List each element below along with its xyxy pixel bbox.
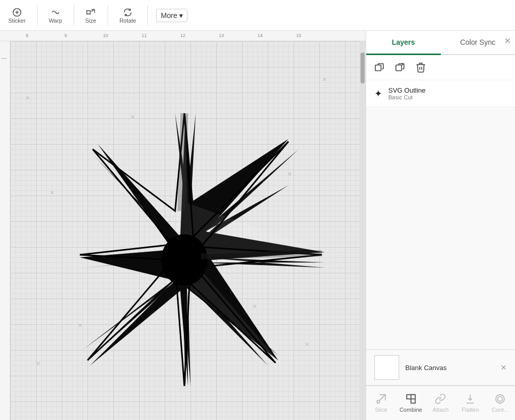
layer-type: Basic Cut: [388, 94, 507, 100]
x-mark: ×: [322, 75, 327, 83]
main-area: 8 9 10 11 12 13 14 15 │: [0, 31, 515, 420]
warp-tool[interactable]: Warp: [46, 5, 65, 26]
svg-rect-19: [406, 395, 410, 399]
svg-rect-15: [396, 65, 402, 71]
blank-canvas-row: Blank Canvas ✕: [366, 349, 515, 386]
attach-button[interactable]: Attach: [426, 390, 456, 416]
sticker-tool[interactable]: Sticker: [5, 5, 29, 26]
layer-name: SVG Outline: [388, 86, 507, 94]
layer-star-icon: ✦: [374, 88, 382, 99]
svg-rect-20: [411, 399, 415, 403]
panel-close-icon[interactable]: ✕: [504, 36, 511, 46]
blank-canvas-close-icon[interactable]: ✕: [501, 363, 507, 372]
vertical-scrollbar[interactable]: [359, 41, 366, 420]
slice-button[interactable]: Slice: [366, 390, 396, 416]
ruler-tick-10: 10: [103, 33, 108, 38]
bottom-buttons: Slice Combine Attach: [366, 386, 515, 420]
svg-line-13: [201, 253, 322, 256]
add-layer-button[interactable]: [393, 60, 407, 75]
scrollbar-thumb[interactable]: [360, 52, 365, 83]
layer-info: SVG Outline Basic Cut: [388, 86, 507, 100]
panel-spacer: [366, 107, 515, 349]
canvas-row: │ × × × × × × × ×: [0, 41, 366, 420]
svg-line-18: [380, 395, 385, 400]
divider-1: [37, 5, 38, 26]
more-button[interactable]: More ▾: [156, 9, 187, 22]
ruler-tick-15: 15: [296, 33, 301, 38]
divider-2: [74, 5, 74, 26]
svg-rect-14: [375, 65, 381, 71]
star-graphic[interactable]: [41, 108, 330, 386]
divider-4: [147, 5, 148, 26]
panel-toolbar: [366, 55, 515, 80]
horizontal-ruler: 8 9 10 11 12 13 14 15: [0, 31, 366, 41]
divider-3: [108, 5, 108, 26]
layer-item[interactable]: ✦ SVG Outline Basic Cut: [366, 80, 515, 107]
canvas-area: 8 9 10 11 12 13 14 15 │: [0, 31, 366, 420]
x-mark: ×: [36, 359, 40, 367]
vertical-ruler: │: [0, 41, 10, 420]
canvas-with-rulers: 8 9 10 11 12 13 14 15 │: [0, 31, 366, 420]
ruler-tick-12: 12: [180, 33, 185, 38]
main-toolbar: Sticker Warp Size: [0, 0, 515, 31]
ruler-tick-11: 11: [142, 33, 147, 38]
svg-point-23: [497, 396, 502, 401]
svg-line-12: [181, 113, 184, 211]
delete-layer-button[interactable]: [414, 60, 428, 75]
svg-point-22: [496, 395, 505, 404]
rotate-tool[interactable]: Rotate: [116, 5, 139, 26]
flatten-button[interactable]: Flatten: [455, 390, 485, 416]
svg-point-17: [377, 400, 380, 404]
ruler-tick-8: 8: [26, 33, 28, 38]
duplicate-layer-button[interactable]: [372, 60, 387, 75]
size-tool[interactable]: Size: [82, 5, 99, 26]
ruler-tick-13: 13: [219, 33, 224, 38]
right-panel: Layers Color Sync ✕: [366, 31, 515, 420]
canvas-content[interactable]: × × × × × × × × × × × ×: [10, 41, 359, 420]
blank-canvas-label: Blank Canvas: [405, 364, 447, 372]
panel-tabs: Layers Color Sync ✕: [366, 31, 515, 55]
svg-rect-1: [87, 10, 91, 14]
combine-button[interactable]: Combine: [396, 390, 426, 416]
blank-canvas-thumbnail: [374, 355, 399, 380]
ruler-tick-9: 9: [64, 33, 67, 38]
x-mark: ×: [26, 94, 30, 102]
ruler-tick-14: 14: [258, 33, 263, 38]
contour-button[interactable]: Cont...: [485, 390, 515, 416]
tab-layers[interactable]: Layers: [366, 31, 441, 55]
